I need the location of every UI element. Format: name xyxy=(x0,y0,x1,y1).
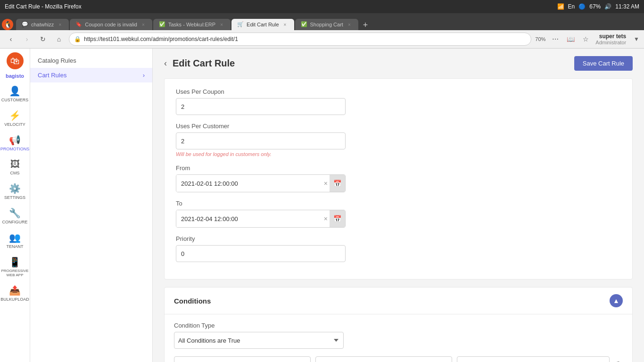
sidebar-label-settings: SETTINGS xyxy=(4,195,25,200)
user-info-area: super tets Administrator ▼ xyxy=(595,33,639,45)
sidebar-item-cart-rules[interactable]: Cart Rules › xyxy=(30,68,152,82)
cms-icon: 🖼 xyxy=(10,159,20,170)
priority-label: Priority xyxy=(176,235,621,242)
tab-close-edit-cart[interactable]: × xyxy=(282,21,289,28)
customers-icon: 👤 xyxy=(9,85,21,97)
tab-edit-cart[interactable]: 🛒 Edit Cart Rule × xyxy=(231,19,294,30)
nav-sidebar-header: Catalog Rules xyxy=(30,53,152,68)
page-title-row: ‹ Edit Cart Rule xyxy=(164,58,235,69)
battery-indicator: 67% xyxy=(589,3,601,10)
uses-per-customer-input[interactable] xyxy=(176,132,346,149)
priority-input[interactable] xyxy=(176,245,346,262)
bluetooth-icon: 🔵 xyxy=(578,3,586,10)
to-date-calendar-button[interactable]: 📅 xyxy=(330,210,345,227)
uses-per-coupon-input[interactable] xyxy=(176,98,346,115)
conditions-title: Conditions xyxy=(174,297,211,305)
condition-delete-button[interactable]: 🗑 xyxy=(614,360,623,362)
user-role: Administrator xyxy=(595,40,626,45)
from-date-label: From xyxy=(176,165,621,172)
from-date-clear-button[interactable]: × xyxy=(322,180,330,187)
window-title: Edit Cart Rule - Mozilla Firefox xyxy=(5,3,82,10)
language-indicator: En xyxy=(568,3,575,10)
condition-type-group: Condition Type All Conditions are True A… xyxy=(174,322,623,349)
uses-per-coupon-group: Uses Per Coupon xyxy=(176,88,621,115)
url-text: https://test101.webkul.com/admin/promoti… xyxy=(84,36,526,42)
sidebar-item-cms[interactable]: 🖼 CMS xyxy=(2,156,28,178)
volume-icon: 🔊 xyxy=(604,3,611,10)
user-dropdown-arrow[interactable]: ▼ xyxy=(634,36,639,42)
save-cart-rule-button[interactable]: Save Cart Rule xyxy=(574,56,633,71)
more-options-button[interactable]: ⋯ xyxy=(549,33,561,45)
sidebar-item-bulkupload[interactable]: 📤 BULKUPLOAD xyxy=(2,282,28,304)
tab-close-shopping-cart[interactable]: × xyxy=(346,21,353,28)
icon-sidebar: 🛍 bagisto 👤 CUSTOMERS ⚡ VELOCITY 📢 PROMO… xyxy=(0,49,30,362)
tab-close-chatwhizz[interactable]: × xyxy=(57,21,63,28)
condition-operator-select[interactable]: is equal to is not equal to is greater t… xyxy=(315,356,452,362)
tab-favicon-edit-cart: 🛒 xyxy=(237,21,244,28)
from-date-input[interactable] xyxy=(176,175,322,192)
sidebar-label-cms: CMS xyxy=(10,171,20,175)
user-details: super tets Administrator xyxy=(595,33,631,45)
reload-button[interactable]: ↻ xyxy=(37,33,49,45)
user-name: super tets xyxy=(599,33,626,40)
zoom-level[interactable]: 70% xyxy=(535,36,545,42)
conditions-section: Conditions ▲ Condition Type All Conditio… xyxy=(164,287,633,362)
tab-chatwhizz[interactable]: 💬 chatwhizz × xyxy=(16,19,69,30)
tab-favicon-tasks: ✅ xyxy=(159,21,165,28)
brand-logo[interactable]: 🛍 xyxy=(7,52,24,69)
tab-favicon-coupon: 🔖 xyxy=(75,21,82,28)
bookmark-button[interactable]: ☆ xyxy=(579,33,592,45)
velocity-icon: ⚡ xyxy=(9,110,21,121)
settings-icon: ⚙️ xyxy=(9,183,21,194)
tab-label-edit-cart: Edit Cart Rule xyxy=(247,22,279,27)
sidebar-item-promotions[interactable]: 📢 PROMOTIONS xyxy=(2,132,28,154)
tab-favicon-shopping-cart: ✅ xyxy=(301,21,307,28)
to-date-input[interactable] xyxy=(176,210,322,227)
back-button[interactable]: ‹ xyxy=(164,58,167,68)
uses-per-customer-label: Uses Per Customer xyxy=(176,123,621,130)
tab-tasks[interactable]: ✅ Tasks - Webkul:ERP × xyxy=(153,19,231,30)
new-tab-button[interactable]: + xyxy=(359,20,372,30)
nav-sidebar: Catalog Rules Cart Rules › xyxy=(30,49,153,362)
to-date-label: To xyxy=(176,200,621,207)
forward-nav-button[interactable]: › xyxy=(21,33,33,45)
reader-mode-button[interactable]: 📖 xyxy=(564,33,577,45)
sidebar-item-tenant[interactable]: 👥 TENANT xyxy=(2,229,28,252)
sidebar-item-customers[interactable]: 👤 CUSTOMERS xyxy=(2,82,28,105)
tab-close-coupon[interactable]: × xyxy=(140,21,147,28)
sidebar-label-bulkupload: BULKUPLOAD xyxy=(0,297,29,302)
from-date-calendar-button[interactable]: 📅 xyxy=(330,175,345,192)
brand-name: bagisto xyxy=(6,73,24,79)
to-date-wrap: × 📅 xyxy=(176,210,346,228)
page-title: Edit Cart Rule xyxy=(173,58,235,69)
sidebar-item-configure[interactable]: 🔧 CONFIGURE xyxy=(2,205,28,227)
uses-per-customer-hint: Will be used for logged in customers onl… xyxy=(176,151,621,157)
uses-per-coupon-label: Uses Per Coupon xyxy=(176,88,621,95)
back-nav-button[interactable]: ‹ xyxy=(5,33,17,45)
condition-type-select[interactable]: All Conditions are True Any Conditions a… xyxy=(174,332,344,349)
tab-bar: 🐧 💬 chatwhizz × 🔖 Coupon code is invalid… xyxy=(0,13,644,30)
configure-icon: 🔧 xyxy=(9,207,21,219)
tab-close-tasks[interactable]: × xyxy=(218,21,225,28)
tab-shopping-cart[interactable]: ✅ Shopping Cart × xyxy=(295,19,358,30)
browser-window: 🐧 💬 chatwhizz × 🔖 Coupon code is invalid… xyxy=(0,13,644,362)
address-bar: ‹ › ↻ ⌂ 🔒 https://test101.webkul.com/adm… xyxy=(0,30,644,49)
sidebar-label-pwa: PROGRESSIVE WEB APP xyxy=(1,269,28,277)
condition-type-field-select[interactable]: Total Items Qty Subtotal Total Weight xyxy=(174,356,311,362)
promotions-icon: 📢 xyxy=(9,134,21,146)
sidebar-item-settings[interactable]: ⚙️ SETTINGS xyxy=(2,180,28,203)
tab-label-chatwhizz: chatwhizz xyxy=(31,22,54,27)
home-button[interactable]: ⌂ xyxy=(53,33,65,45)
ubuntu-logo[interactable]: 🐧 xyxy=(2,19,13,30)
chevron-right-icon: › xyxy=(143,72,145,79)
sidebar-item-velocity[interactable]: ⚡ VELOCITY xyxy=(2,107,28,130)
app-layout: 🛍 bagisto 👤 CUSTOMERS ⚡ VELOCITY 📢 PROMO… xyxy=(0,49,644,362)
conditions-collapse-button[interactable]: ▲ xyxy=(610,294,623,307)
wifi-icon: 📶 xyxy=(557,3,564,10)
os-topbar: Edit Cart Rule - Mozilla Firefox 📶 En 🔵 … xyxy=(0,0,644,13)
condition-value-input[interactable] xyxy=(457,356,610,362)
to-date-clear-button[interactable]: × xyxy=(322,215,330,222)
tab-coupon[interactable]: 🔖 Coupon code is invalid × xyxy=(70,19,152,30)
sidebar-item-pwa[interactable]: 📱 PROGRESSIVE WEB APP xyxy=(2,254,28,280)
url-bar[interactable]: 🔒 https://test101.webkul.com/admin/promo… xyxy=(69,33,531,46)
